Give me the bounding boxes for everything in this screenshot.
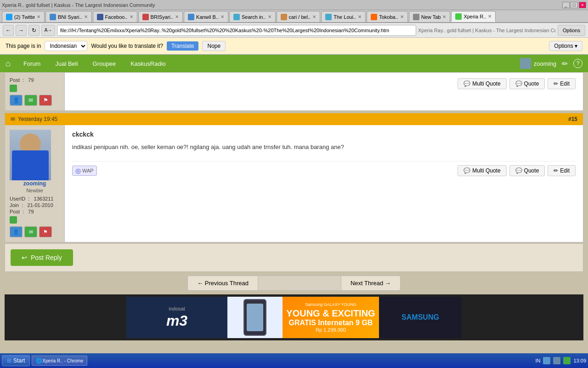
ad-main-section: Samsung GALAXY YOUNG YOUNG & EXCITING GR… [283, 297, 379, 338]
ad-left-section: indosat m3 [126, 297, 227, 338]
tab-close[interactable]: ✕ [84, 14, 88, 19]
user-pm-btn[interactable]: ✉ [24, 226, 37, 237]
language-selector[interactable]: Indonesian [45, 41, 87, 51]
post-reply-button[interactable]: ↩ Post Reply [11, 249, 73, 266]
tab-close[interactable]: ✕ [175, 14, 179, 19]
tab-label: New Tab [421, 14, 441, 20]
post-body: Post : 79 👤 ✉ ⚑ 💬 Mul [5, 73, 583, 110]
edit-nav-icon[interactable]: ✏ [562, 59, 568, 68]
tab-label: Faceboo.. [105, 14, 128, 20]
tab-close[interactable]: ✕ [130, 14, 133, 19]
user-report-btn[interactable]: ⚑ [39, 226, 52, 237]
ad-logo: m3 [166, 312, 187, 329]
translate-question: Would you like to translate it? [91, 43, 163, 49]
post-label: Post [10, 77, 20, 83]
translate-icon[interactable]: A→ [41, 25, 55, 36]
tab-bri[interactable]: BRISyari.. ✕ [138, 11, 183, 22]
nav-kaskusradio[interactable]: KaskusRadio [123, 58, 173, 70]
sidebar-user-rank: Newbie [10, 188, 60, 193]
tab-cari[interactable]: cari / bel.. ✕ [277, 11, 321, 22]
quote-button-15[interactable]: 💬 Quote [509, 165, 545, 176]
wap-wifi-icon: ◎ [75, 167, 81, 174]
minimize-button[interactable]: _ [562, 2, 570, 8]
translate-button[interactable]: Translate [167, 41, 199, 51]
thread-navigation: ← Previous Thread Next Thread → [5, 276, 583, 291]
edit-label-15: Edit [560, 167, 570, 174]
user-action-1[interactable]: 👤 [10, 95, 23, 106]
quote-button-prev[interactable]: 💬 Quote [509, 78, 545, 89]
post-count: 79 [28, 77, 34, 83]
kaskus-user-info[interactable]: zooming [520, 58, 556, 69]
ad-banner[interactable]: indosat m3 Samsung GALAXY YOUNG YOUNG & … [5, 294, 583, 340]
sidebar-username[interactable]: zooming [10, 180, 60, 187]
tab-twitter[interactable]: (2) Twitte ✕ [2, 11, 45, 22]
close-button[interactable]: ✕ [579, 2, 586, 8]
tab-close[interactable]: ✕ [220, 14, 224, 19]
userid-label: UserID [10, 196, 25, 201]
user-sidebar: Post : 79 👤 ✉ ⚑ [5, 73, 65, 110]
nav-groupee[interactable]: Groupee [85, 58, 124, 70]
tab-label: The Loui.. [334, 14, 356, 20]
user-profile-btn[interactable]: 👤 [10, 226, 23, 237]
multi-quote-button-15[interactable]: 💬 Multi Quote [458, 165, 506, 176]
ad-device-image [227, 297, 283, 338]
tab-close[interactable]: ✕ [358, 14, 362, 19]
quote-label-15: Quote [524, 167, 539, 174]
tab-tokobagus[interactable]: Tokoba.. ✕ [367, 11, 408, 22]
nav-forum[interactable]: Forum [16, 58, 48, 70]
ad-price: Rp 1.299.000 [316, 327, 346, 333]
address-bar[interactable] [57, 25, 416, 36]
tab-search[interactable]: Search in.. ✕ [229, 11, 276, 22]
user-action-3[interactable]: ⚑ [39, 95, 52, 106]
tab-newtab[interactable]: New Tab ✕ [409, 11, 451, 22]
nav-bar: ← → ↻ A→ Xperia Ray.. gold fullset | Kas… [0, 23, 588, 38]
edit-button-prev[interactable]: ✏ Edit [548, 78, 576, 89]
back-button[interactable]: ← [3, 25, 14, 36]
taskbar-browser[interactable]: 🌐 Xperia R.. - Chrome [32, 356, 87, 366]
translate-options-button[interactable]: Options ▾ [549, 41, 582, 51]
tab-close[interactable]: ✕ [442, 14, 446, 19]
user-avatar-small [520, 58, 531, 69]
taskbar-right: IN 13:09 [535, 357, 586, 364]
tab-close[interactable]: ✕ [268, 14, 271, 19]
quote-icon: 💬 [515, 80, 522, 87]
user-action-2[interactable]: ✉ [24, 95, 37, 106]
tab-facebook[interactable]: Faceboo.. ✕ [93, 11, 137, 22]
tab-close[interactable]: ✕ [400, 14, 404, 19]
post-text: indikasi penipuan nih. oe, seller keman … [72, 143, 576, 152]
ad-headline: YOUNG & EXCITING [286, 308, 375, 319]
post-15-header: ✉ Yesterday 19:45 #15 [5, 113, 583, 125]
tab-close[interactable]: ✕ [312, 14, 316, 19]
nope-button[interactable]: Nope [202, 41, 226, 51]
taskbar: ⊞ Start 🌐 Xperia R.. - Chrome IN 13:09 [0, 353, 588, 368]
user-action-buttons: 👤 ✉ ⚑ [10, 95, 60, 106]
maximize-button[interactable]: □ [571, 2, 578, 8]
forward-button[interactable]: → [16, 25, 27, 36]
post-15-actions: 💬 Multi Quote 💬 Quote ✏ Edit [458, 165, 576, 176]
reload-button[interactable]: ↻ [28, 25, 40, 36]
tab-louis[interactable]: The Loui.. ✕ [321, 11, 366, 22]
tab-close[interactable]: ✕ [488, 14, 492, 19]
previous-thread-button[interactable]: ← Previous Thread [187, 276, 258, 291]
systray-network [543, 357, 550, 364]
multi-quote-button-prev[interactable]: 💬 Multi Quote [458, 78, 506, 89]
multi-quote-icon-15: 💬 [464, 167, 470, 174]
tab-bni[interactable]: BNI Syari.. ✕ [45, 11, 92, 22]
start-button[interactable]: ⊞ Start [2, 355, 30, 366]
start-label: Start [13, 357, 25, 364]
options-button[interactable]: Options [558, 25, 585, 36]
next-thread-button[interactable]: Next Thread → [341, 276, 401, 291]
tab-xperia[interactable]: Xperia R.. ✕ [451, 11, 496, 22]
edit-icon-15: ✏ [554, 167, 558, 174]
user-avatar [10, 130, 51, 180]
kaskus-home-icon[interactable]: ⌂ [6, 59, 11, 69]
tab-close[interactable]: ✕ [37, 14, 40, 19]
help-nav-icon[interactable]: ? [573, 59, 582, 68]
userid-row: UserID : 1363211 [10, 196, 60, 201]
thread-area: Post : 79 👤 ✉ ⚑ 💬 Mul [0, 72, 588, 340]
edit-button-15[interactable]: ✏ Edit [548, 165, 576, 176]
nav-jualbeli[interactable]: Jual Beli [48, 58, 85, 70]
tab-kanwil[interactable]: Kanwil B.. ✕ [184, 11, 228, 22]
translate-bar: This page is in Indonesian Would you lik… [0, 38, 588, 54]
title-bar: Xperia R.. gold fullset | Kaskus - The L… [0, 0, 588, 10]
